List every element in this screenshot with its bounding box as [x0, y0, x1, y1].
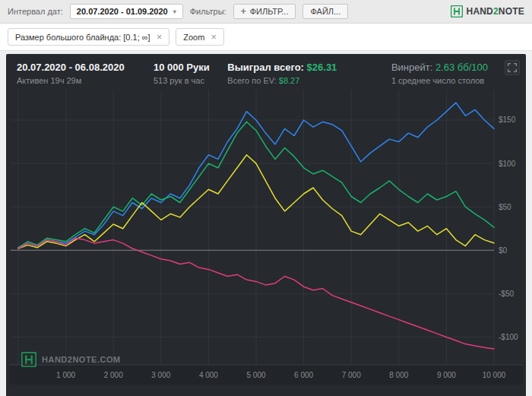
- watermark-text: HAND2NOTE.COM: [42, 355, 121, 364]
- brand-logo: HAND2NOTE: [451, 5, 524, 17]
- date-range-dropdown[interactable]: 20.07.2020 - 01.09.2020 ▾: [70, 4, 183, 19]
- winnings-chart[interactable]: 1 0002 0003 0004 0005 0006 0007 0008 000…: [9, 90, 523, 385]
- report-panel: 20.07.2020 - 06.08.2020 Активен 19ч 29м …: [6, 54, 526, 396]
- top-toolbar: Интервал дат: 20.07.2020 - 01.09.2020 ▾ …: [0, 0, 532, 24]
- y-tick-label: $50: [499, 203, 511, 211]
- file-button[interactable]: ФАЙЛ...: [302, 4, 348, 19]
- y-tick-label: $150: [499, 116, 516, 124]
- add-filter-button[interactable]: + ФИЛЬТР...: [233, 4, 296, 19]
- watermark: HAND2NOTE.COM: [21, 352, 121, 367]
- x-tick-label: 6 000: [294, 371, 313, 379]
- stats-winrate: Винрейт: 2.63 бб/100: [391, 62, 488, 73]
- stats-ev-total: Всего по EV: $8.27: [227, 76, 391, 85]
- chart-area: 1 0002 0003 0004 0005 0006 0007 0008 000…: [6, 88, 526, 396]
- x-tick-label: 10 000: [483, 371, 506, 379]
- close-icon[interactable]: ×: [157, 32, 163, 42]
- active-filters-row: Размер большого блайнда: [0.1; ∞] × Zoom…: [0, 24, 532, 51]
- y-tick-label: $0: [499, 246, 508, 255]
- fullscreen-button[interactable]: [505, 60, 520, 75]
- stats-won-total: Выиграл всего: $26.31: [227, 62, 391, 73]
- filters-label: Фильтры:: [190, 7, 226, 16]
- filter-chip-label: Размер большого блайнда: [0.1; ∞]: [15, 33, 150, 42]
- x-tick-label: 3 000: [151, 371, 170, 379]
- stats-date-range: 20.07.2020 - 06.08.2020: [17, 62, 154, 73]
- date-range-value: 20.07.2020 - 01.09.2020: [77, 7, 168, 16]
- stats-hands-count: 10 000 Руки: [154, 62, 227, 73]
- filter-chip-bigblind[interactable]: Размер большого блайнда: [0.1; ∞] ×: [8, 28, 169, 46]
- stats-ev-value: $8.27: [279, 76, 300, 85]
- x-tick-label: 2 000: [104, 371, 123, 379]
- hand2note-logo-icon: [451, 5, 463, 17]
- hand2note-watermark-icon: [21, 352, 36, 367]
- filter-chip-label: Zoom: [183, 33, 204, 42]
- stats-active-time: Активен 19ч 29м: [17, 76, 154, 85]
- add-filter-label: ФИЛЬТР...: [250, 7, 289, 16]
- plus-icon: +: [241, 7, 246, 16]
- y-tick-label: $100: [499, 160, 516, 168]
- stats-header: 20.07.2020 - 06.08.2020 Активен 19ч 29м …: [6, 54, 526, 88]
- date-interval-label: Интервал дат:: [8, 7, 63, 16]
- caret-down-icon: ▾: [173, 8, 176, 15]
- expand-icon: [508, 63, 517, 72]
- x-tick-label: 5 000: [246, 371, 265, 379]
- stats-won-value: $26.31: [307, 62, 337, 73]
- x-tick-label: 8 000: [389, 371, 408, 379]
- close-icon[interactable]: ×: [211, 32, 217, 42]
- brand-name: HAND2NOTE: [467, 6, 524, 17]
- x-tick-label: 7 000: [342, 371, 361, 379]
- stats-winrate-value: 2.63 бб/100: [435, 62, 488, 73]
- filter-chip-zoom[interactable]: Zoom ×: [176, 28, 224, 46]
- y-tick-label: -$100: [499, 333, 518, 341]
- x-tick-label: 9 000: [437, 371, 456, 379]
- x-tick-label: 4 000: [199, 371, 218, 379]
- y-tick-label: -$50: [499, 290, 514, 298]
- stats-avg-tables: 1 среднее число столов: [391, 76, 488, 85]
- file-button-label: ФАЙЛ...: [310, 7, 340, 16]
- x-tick-label: 1 000: [56, 371, 75, 379]
- stats-hands-per-hour: 513 рук в час: [154, 76, 227, 85]
